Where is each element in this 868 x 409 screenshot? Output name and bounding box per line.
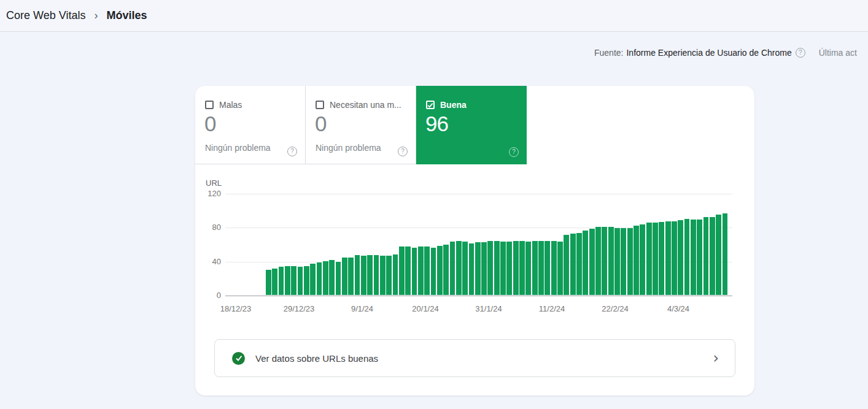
bar[interactable]	[557, 242, 563, 295]
bar[interactable]	[481, 242, 487, 295]
bar[interactable]	[386, 256, 392, 295]
help-icon[interactable]: ?	[398, 147, 408, 156]
bar[interactable]	[399, 247, 405, 295]
bar[interactable]	[697, 220, 702, 295]
bar[interactable]	[538, 241, 544, 296]
bar[interactable]	[627, 228, 633, 295]
tab-necesitan-mejora-label: Necesitan una m...	[330, 100, 401, 110]
bar[interactable]	[646, 223, 652, 295]
check-circle-icon	[232, 352, 245, 365]
bar[interactable]	[710, 217, 715, 295]
bar[interactable]	[691, 220, 696, 295]
bar[interactable]	[443, 245, 449, 295]
last-updated-label: Última act	[819, 48, 857, 58]
bar[interactable]	[640, 224, 645, 295]
bar[interactable]	[418, 247, 424, 295]
bar[interactable]	[659, 222, 664, 295]
bar[interactable]	[544, 241, 550, 296]
bar[interactable]	[310, 264, 316, 295]
bar[interactable]	[298, 267, 303, 295]
bar[interactable]	[532, 241, 538, 296]
bar[interactable]	[393, 254, 398, 295]
source-value: Informe Experiencia de Usuario de Chrome	[626, 48, 791, 58]
tab-malas[interactable]: Malas 0 Ningún problema ?	[195, 86, 306, 164]
tab-buena-count: 96	[425, 112, 448, 136]
page-title: Móviles	[106, 9, 147, 22]
help-icon[interactable]: ?	[796, 48, 805, 58]
bar[interactable]	[665, 221, 671, 295]
bar[interactable]	[355, 255, 360, 295]
bar[interactable]	[716, 215, 721, 295]
bar[interactable]	[703, 217, 709, 295]
y-tick-label: 80	[200, 223, 221, 232]
bar[interactable]	[266, 270, 271, 296]
checkbox-malas[interactable]	[205, 101, 214, 109]
bar[interactable]	[487, 241, 493, 296]
bar[interactable]	[462, 242, 468, 295]
bar[interactable]	[551, 241, 557, 296]
bar[interactable]	[317, 262, 322, 295]
breadcrumb-parent-link[interactable]: Core Web Vitals	[6, 9, 85, 22]
bar[interactable]	[437, 246, 443, 295]
bar[interactable]	[525, 242, 531, 295]
bar[interactable]	[431, 248, 436, 296]
bar[interactable]	[723, 213, 728, 295]
bar[interactable]	[304, 266, 309, 295]
tab-buena[interactable]: Buena 96 ?	[416, 86, 527, 164]
bar[interactable]	[653, 223, 658, 295]
bar-chart-plot	[225, 194, 732, 296]
help-icon[interactable]: ?	[287, 147, 297, 156]
checkbox-buena-checked[interactable]	[426, 101, 435, 109]
tab-necesitan-mejora[interactable]: Necesitan una m... 0 Ningún problema ?	[306, 86, 416, 164]
bar[interactable]	[672, 221, 677, 295]
bar[interactable]	[469, 243, 475, 295]
checkbox-necesitan-mejora[interactable]	[316, 101, 324, 109]
x-tick-label: 11/2/24	[539, 304, 565, 313]
bar[interactable]	[608, 227, 614, 295]
view-good-urls-row[interactable]: Ver datos sobre URLs buenas ›	[214, 339, 735, 377]
bar[interactable]	[323, 261, 328, 295]
bar[interactable]	[285, 266, 290, 295]
bar[interactable]	[412, 248, 417, 296]
bar[interactable]	[583, 231, 588, 295]
bar[interactable]	[602, 227, 607, 295]
bar[interactable]	[405, 247, 411, 295]
bar[interactable]	[329, 260, 335, 295]
bar[interactable]	[424, 247, 430, 295]
help-icon[interactable]: ?	[509, 147, 519, 157]
bar[interactable]	[576, 233, 582, 295]
bar[interactable]	[621, 228, 626, 295]
bar[interactable]	[380, 256, 386, 295]
bar[interactable]	[367, 255, 373, 295]
bar[interactable]	[336, 262, 341, 295]
bar[interactable]	[506, 242, 512, 295]
bar[interactable]	[494, 241, 500, 296]
bar[interactable]	[684, 219, 690, 296]
tab-buena-label: Buena	[440, 100, 467, 110]
bar[interactable]	[595, 227, 601, 295]
bar[interactable]	[374, 255, 379, 295]
chart-y-axis-title: URL	[206, 178, 222, 188]
tab-necesitan-mejora-count: 0	[315, 112, 326, 136]
tab-necesitan-mejora-status: Ningún problema	[316, 143, 381, 153]
bar[interactable]	[456, 241, 462, 296]
bar[interactable]	[634, 226, 639, 295]
bar[interactable]	[450, 242, 455, 295]
bar[interactable]	[564, 235, 569, 295]
bar[interactable]	[678, 220, 683, 295]
bar[interactable]	[614, 228, 620, 295]
bar[interactable]	[342, 258, 347, 295]
bar[interactable]	[500, 242, 506, 295]
bar[interactable]	[272, 269, 277, 295]
bar[interactable]	[279, 267, 284, 295]
bar[interactable]	[348, 258, 354, 295]
bar[interactable]	[589, 229, 595, 295]
bar[interactable]	[291, 266, 296, 295]
bar[interactable]	[361, 256, 366, 295]
bar[interactable]	[513, 241, 519, 296]
bar[interactable]	[519, 241, 525, 296]
bar[interactable]	[570, 234, 576, 295]
chevron-right-icon: ›	[713, 351, 719, 365]
bar[interactable]	[475, 242, 481, 295]
gridline	[225, 296, 732, 296]
